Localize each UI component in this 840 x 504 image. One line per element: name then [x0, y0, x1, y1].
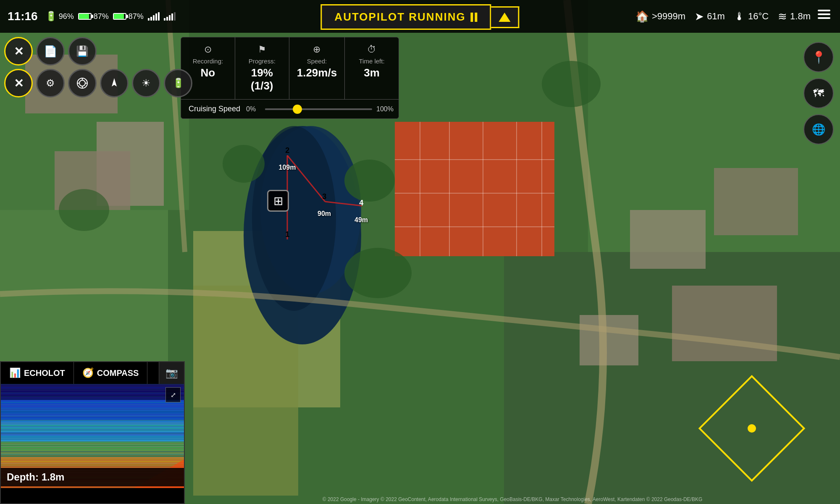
speed-slider-thumb[interactable] — [293, 105, 302, 114]
svg-point-35 — [79, 80, 85, 86]
svg-rect-10 — [395, 122, 554, 256]
toolbar-row-2: ✕ ⚙ ☀ 🔋 — [4, 69, 192, 97]
camera-icon: 📷 — [165, 367, 178, 379]
camera-button[interactable]: 📷 — [159, 362, 184, 384]
waypoint-3-label: 3 — [322, 192, 326, 201]
battery2-group: 87% — [78, 12, 109, 21]
battery3-fill — [114, 14, 124, 19]
compass-tab[interactable]: 🧭 COMPASS — [74, 362, 148, 384]
echolot-panel: 📊 ECHOLOT 🧭 COMPASS 📷 ⤢ Depth: 1.8m — [0, 361, 185, 504]
time-icon: ⏱ — [352, 44, 391, 55]
diamond-shape — [698, 375, 806, 482]
battery2-pct: 87% — [94, 12, 109, 21]
menu-button[interactable] — [814, 6, 834, 22]
toolbar-row-1: ✕ 📄 💾 — [4, 37, 192, 66]
save-button[interactable]: 💾 — [68, 37, 97, 66]
aim-icon — [108, 77, 120, 89]
target-button[interactable] — [68, 69, 97, 97]
document-button[interactable]: 📄 — [36, 37, 65, 66]
svg-point-27 — [223, 145, 265, 183]
map-icon: 🗺 — [813, 87, 824, 100]
autopilot-banner: AUTOPILOT RUNNING — [320, 4, 519, 30]
recording-icon: ⊙ — [189, 44, 227, 55]
cruising-speed-row: Cruising Speed 0% 100% — [181, 100, 399, 118]
autopilot-button[interactable]: AUTOPILOT RUNNING — [320, 4, 491, 30]
right-buttons: 📍 🗺 🌐 — [803, 42, 834, 144]
speed-slider-container: 0% 100% — [246, 105, 391, 113]
settings-button[interactable]: ⚙ — [36, 69, 65, 97]
autopilot-label: AUTOPILOT RUNNING — [334, 10, 465, 24]
altitude-stat: 🏠 >9999m — [635, 10, 685, 23]
compass-icon: 🧭 — [82, 368, 94, 378]
progress-label: Progress: — [243, 58, 281, 65]
svg-rect-23 — [672, 286, 777, 361]
echolot-label: ECHOLOT — [24, 368, 65, 378]
close-icon-2: ✕ — [14, 76, 24, 90]
waypoint-4[interactable]: 4 49m — [351, 191, 371, 224]
battery2-icon — [78, 13, 92, 20]
autopilot-triangle-button[interactable] — [491, 6, 520, 28]
recording-label: Recording: — [189, 58, 227, 65]
svg-rect-24 — [580, 315, 638, 365]
battery3-icon — [113, 13, 126, 20]
close-button-1[interactable]: ✕ — [4, 37, 33, 66]
battery1-group: 🔋 96% — [45, 11, 74, 22]
progress-col: ⚑ Progress: 19% (1/3) — [235, 37, 289, 99]
speed-label: Speed: — [297, 58, 337, 65]
brightness-button[interactable]: ☀ — [132, 69, 160, 97]
mini-map — [706, 386, 798, 470]
battery3-pct: 87% — [129, 12, 144, 21]
pause-bar-1 — [471, 13, 473, 22]
left-toolbar: ✕ 📄 💾 ✕ ⚙ — [4, 37, 192, 97]
temperature-stat: 🌡 16°C — [734, 10, 769, 23]
close-button-2[interactable]: ✕ — [4, 69, 33, 97]
signal-icon: ≋ — [778, 10, 787, 23]
globe-button[interactable]: 🌐 — [803, 114, 834, 144]
echolot-icon: 📊 — [9, 368, 21, 378]
battery2-bar — [78, 13, 92, 20]
compass-label: COMPASS — [97, 368, 139, 378]
depth-label: Depth: 1.8m — [1, 468, 184, 486]
echolot-tab[interactable]: 📊 ECHOLOT — [1, 362, 74, 384]
diamond-dot — [746, 423, 758, 434]
direction-value: 61m — [707, 11, 725, 22]
drone-body: ⊞ — [267, 190, 289, 212]
save-icon: 💾 — [76, 45, 89, 57]
svg-point-28 — [344, 248, 412, 298]
cell-bar-3 — [169, 15, 171, 21]
temperature-icon: 🌡 — [734, 10, 745, 23]
cell-bar-1 — [164, 18, 165, 21]
signal-bar-1 — [148, 18, 150, 21]
waypoint-1[interactable]: 1 — [277, 223, 297, 246]
speed-slider-track[interactable] — [265, 108, 372, 110]
waypoint-4-label: 4 — [359, 199, 363, 207]
time-left-value: 3m — [352, 66, 391, 79]
waypoint-1-label: 1 — [285, 230, 289, 239]
waypoint-2-label: 2 — [285, 146, 289, 155]
speed-col: ⊕ Speed: 1.29m/s — [289, 37, 345, 99]
speed-value: 1.29m/s — [297, 66, 337, 79]
time-display: 11:16 — [8, 10, 38, 23]
temperature-value: 16°C — [748, 11, 769, 22]
info-panel-stats: ⊙ Recording: No ⚑ Progress: 19% (1/3) ⊕ … — [181, 37, 399, 100]
svg-marker-40 — [112, 78, 117, 87]
location-button[interactable]: 📍 — [803, 42, 834, 72]
globe-icon: 🌐 — [812, 123, 825, 136]
speed-icon: ⊕ — [297, 44, 337, 55]
expand-button[interactable]: ⤢ — [165, 387, 181, 402]
battery3-group: 87% — [113, 12, 144, 21]
target-icon — [76, 77, 88, 89]
usb-icon: 🔋 — [45, 11, 57, 22]
battery1-pct: 96% — [59, 12, 74, 21]
progress-icon: ⚑ — [243, 44, 281, 55]
map-type-button[interactable]: 🗺 — [803, 78, 834, 108]
waypoint-3[interactable]: 3 90m — [314, 185, 334, 218]
waypoint-2[interactable]: 2 109m — [277, 139, 297, 171]
map-attribution: © 2022 Google - Imagery © 2022 GeoConten… — [185, 496, 840, 502]
battery-icon: 🔋 — [173, 78, 184, 89]
svg-rect-22 — [630, 210, 706, 269]
aim-button[interactable] — [100, 69, 129, 97]
signal-bar-4 — [155, 13, 157, 21]
battery-button[interactable]: 🔋 — [164, 69, 192, 97]
speed-min-label: 0% — [246, 105, 261, 113]
